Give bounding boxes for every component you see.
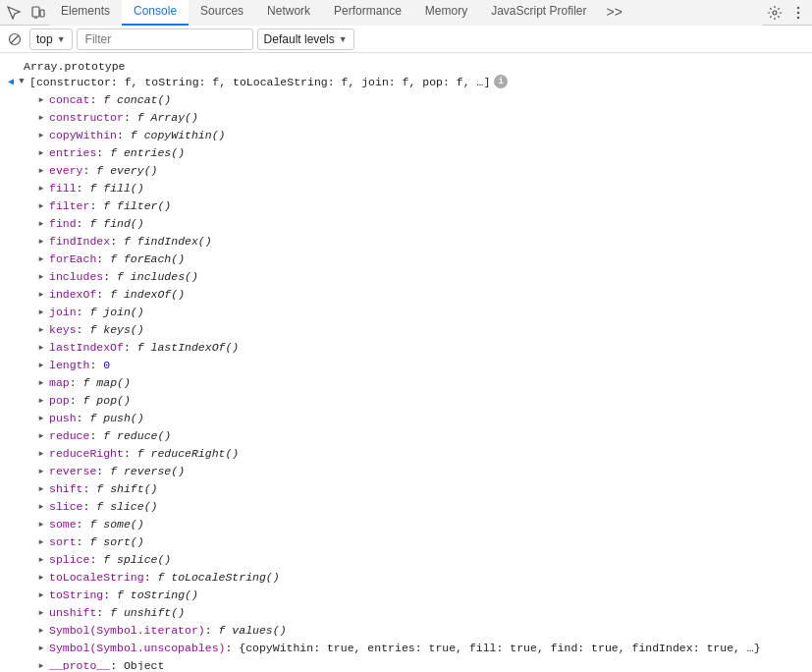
list-item[interactable]: ►splice: f splice() [0,551,812,569]
list-item[interactable]: ►pop: f pop() [0,392,812,410]
list-item[interactable]: ►__proto__: Object [0,657,812,670]
expand-arrow-icon[interactable]: ► [35,253,47,265]
svg-point-4 [797,6,799,8]
expand-arrow-icon[interactable]: ► [35,200,47,212]
tab-performance[interactable]: Performance [322,0,413,26]
list-item[interactable]: ►constructor: f Array() [0,109,812,127]
expand-arrow-icon[interactable]: ► [35,413,47,424]
clear-console-button[interactable] [4,28,26,50]
left-arrow-icon: ◀ [8,75,14,90]
device-icon[interactable] [26,1,49,25]
list-item[interactable]: ►concat: f concat() [0,91,812,109]
expand-arrow-icon[interactable]: ► [35,94,47,106]
expand-arrow-icon[interactable]: ► [35,112,47,124]
list-item[interactable]: ►sort: f sort() [0,533,812,551]
more-icon[interactable] [786,1,810,25]
tab-console[interactable]: Console [122,0,189,26]
expand-arrow-icon[interactable]: ► [35,536,47,548]
expand-arrow-icon[interactable]: ► [35,448,47,460]
expand-arrow-icon[interactable]: ► [35,183,47,195]
list-item[interactable]: ►includes: f includes() [0,268,812,286]
expand-arrow-icon[interactable]: ► [35,589,47,601]
context-selector[interactable]: top ▼ [29,28,73,50]
expand-arrow-icon[interactable]: ► [35,660,47,670]
expand-arrow-icon[interactable]: ► [35,625,47,637]
list-item[interactable]: ►length: 0 [0,357,812,374]
svg-line-8 [11,35,19,43]
tab-bar: Elements Console Sources Network Perform… [49,0,763,26]
svg-rect-1 [40,10,44,17]
list-item[interactable]: ►forEach: f forEach() [0,251,812,268]
expand-arrow-icon[interactable]: ► [35,377,47,389]
expand-arrow-icon[interactable]: ► [35,130,47,141]
list-item[interactable]: ►copyWithin: f copyWithin() [0,127,812,144]
expand-arrow-icon[interactable]: ► [35,643,47,654]
list-item[interactable]: ►find: f find() [0,215,812,233]
svg-point-5 [797,11,799,13]
expand-arrow-icon[interactable]: ► [35,554,47,566]
expand-arrow-icon[interactable]: ► [35,271,47,283]
tab-memory[interactable]: Memory [413,0,479,26]
list-item[interactable]: ►indexOf: f indexOf() [0,286,812,304]
console-output: Array.prototype ◀ [constructor: f, toStr… [0,53,812,670]
expand-arrow-icon[interactable]: ► [35,236,47,248]
list-item[interactable]: ►every: f every() [0,162,812,180]
list-item[interactable]: ►fill: f fill() [0,180,812,197]
svg-rect-0 [32,7,39,17]
expand-arrow-icon[interactable]: ► [35,342,47,354]
expand-arrow-icon[interactable]: ► [35,360,47,371]
list-item[interactable]: ►shift: f shift() [0,480,812,498]
list-item[interactable]: ►unshift: f unshift() [0,604,812,622]
list-item[interactable]: ►entries: f entries() [0,144,812,162]
svg-point-6 [797,16,799,18]
list-item[interactable]: ►slice: f slice() [0,498,812,516]
settings-icon[interactable] [763,1,786,25]
list-item[interactable]: ►reverse: f reverse() [0,463,812,480]
expand-arrow-icon[interactable]: ► [35,430,47,442]
list-item[interactable]: ►toString: f toString() [0,587,812,604]
expand-arrow-icon[interactable]: ► [35,289,47,301]
expand-arrow-icon[interactable]: ► [35,324,47,336]
list-item[interactable]: ►Symbol(Symbol.unscopables): {copyWithin… [0,640,812,657]
list-item[interactable]: ►findIndex: f findIndex() [0,233,812,251]
inspect-icon[interactable] [2,1,26,25]
expand-arrow-icon[interactable]: ► [35,218,47,230]
expand-arrow-icon[interactable]: ► [35,307,47,318]
tab-network[interactable]: Network [255,0,322,26]
list-item[interactable]: ►some: f some() [0,516,812,533]
list-item[interactable]: ►Symbol(Symbol.iterator): f values() [0,622,812,640]
list-item[interactable]: ►map: f map() [0,374,812,392]
svg-point-3 [773,11,777,15]
array-expand-row[interactable]: ◀ [constructor: f, toString: f, toLocale… [0,74,812,91]
expand-arrow-icon[interactable]: ► [35,147,47,159]
collapse-arrow-icon[interactable] [16,76,27,87]
list-item[interactable]: ►keys: f keys() [0,321,812,339]
tab-sources[interactable]: Sources [189,0,255,26]
tab-overflow[interactable]: >> [599,0,630,26]
tab-elements[interactable]: Elements [49,0,122,26]
expand-arrow-icon[interactable]: ► [35,165,47,177]
console-toolbar: top ▼ Default levels ▼ [0,26,812,53]
list-item[interactable]: ►lastIndexOf: f lastIndexOf() [0,339,812,357]
expand-arrow-icon[interactable]: ► [35,395,47,407]
property-list: ►concat: f concat()►constructor: f Array… [0,91,812,670]
list-item[interactable]: ►toLocaleString: f toLocaleString() [0,569,812,587]
list-item[interactable]: ►filter: f filter() [0,197,812,215]
expand-arrow-icon[interactable]: ► [35,607,47,619]
expand-arrow-icon[interactable]: ► [35,519,47,531]
expand-arrow-icon[interactable]: ► [35,483,47,495]
list-item[interactable]: ►push: f push() [0,410,812,427]
filter-input[interactable] [77,28,253,50]
expand-arrow-icon[interactable]: ► [35,466,47,477]
expand-arrow-icon[interactable]: ► [35,572,47,584]
info-icon: i [494,75,508,88]
levels-selector[interactable]: Default levels ▼ [257,28,354,50]
list-item[interactable]: ►reduceRight: f reduceRight() [0,445,812,463]
tab-js-profiler[interactable]: JavaScript Profiler [479,0,598,26]
list-item[interactable]: ►join: f join() [0,304,812,321]
expand-arrow-icon[interactable]: ► [35,501,47,513]
array-prototype-label: Array.prototype [0,57,812,74]
devtools-top-bar: Elements Console Sources Network Perform… [0,0,812,26]
list-item[interactable]: ►reduce: f reduce() [0,427,812,445]
